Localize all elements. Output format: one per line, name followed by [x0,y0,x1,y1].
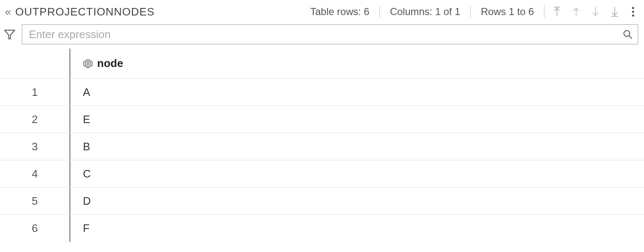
page-first-icon[interactable] [553,6,561,17]
header-row: node [0,49,644,79]
svg-point-8 [632,14,634,16]
column-header-label: node [97,57,123,70]
cell-node[interactable]: E [70,106,644,133]
nav-icon-group [544,6,627,17]
svg-point-6 [632,7,634,9]
toolbar: « OUTPROJECTIONNODES Table rows: 6 Colum… [0,0,644,23]
data-grid: node 1 A 2 E 3 B 4 C 5 D 6 F [0,49,644,242]
cell-node[interactable]: A [70,79,644,105]
table-row[interactable]: 3 B [0,133,644,160]
cell-node[interactable]: B [70,133,644,160]
column-header[interactable]: node [70,49,644,78]
page-next-icon[interactable] [591,6,600,17]
expression-input[interactable] [22,25,638,44]
svg-marker-12 [84,59,92,68]
row-index: 1 [0,79,70,105]
columns-label: Columns: 1 of 1 [380,5,470,18]
svg-marker-13 [85,61,90,66]
page-last-icon[interactable] [611,6,619,17]
rows-range-label: Rows 1 to 6 [471,5,544,18]
row-index: 4 [0,160,70,187]
more-options-button[interactable] [627,6,639,17]
filter-icon[interactable] [3,28,16,41]
svg-point-10 [624,31,630,36]
svg-marker-9 [5,30,15,39]
cell-node[interactable]: F [70,215,644,242]
collapse-back-button[interactable]: « [5,5,15,18]
pagination-info: Table rows: 6 Columns: 1 of 1 Rows 1 to … [300,5,544,18]
table-rows-label: Table rows: 6 [300,5,379,18]
search-icon[interactable] [623,29,633,39]
cell-node[interactable]: D [70,188,644,214]
header-index-cell [0,49,70,78]
table-row[interactable]: 2 E [0,106,644,133]
svg-line-11 [629,36,632,39]
expression-field-wrap [22,24,638,44]
row-index: 6 [0,215,70,242]
table-row[interactable]: 1 A [0,79,644,106]
row-index: 5 [0,188,70,214]
row-index: 2 [0,106,70,133]
svg-point-14 [87,63,89,64]
page-prev-icon[interactable] [572,6,580,17]
node-type-icon [83,59,93,69]
row-index: 3 [0,133,70,160]
table-row[interactable]: 4 C [0,160,644,188]
table-row[interactable]: 6 F [0,215,644,242]
cell-node[interactable]: C [70,160,644,187]
table-title: OUTPROJECTIONNODES [15,5,155,18]
svg-point-7 [632,10,634,13]
filter-row [0,23,644,49]
table-row[interactable]: 5 D [0,188,644,215]
